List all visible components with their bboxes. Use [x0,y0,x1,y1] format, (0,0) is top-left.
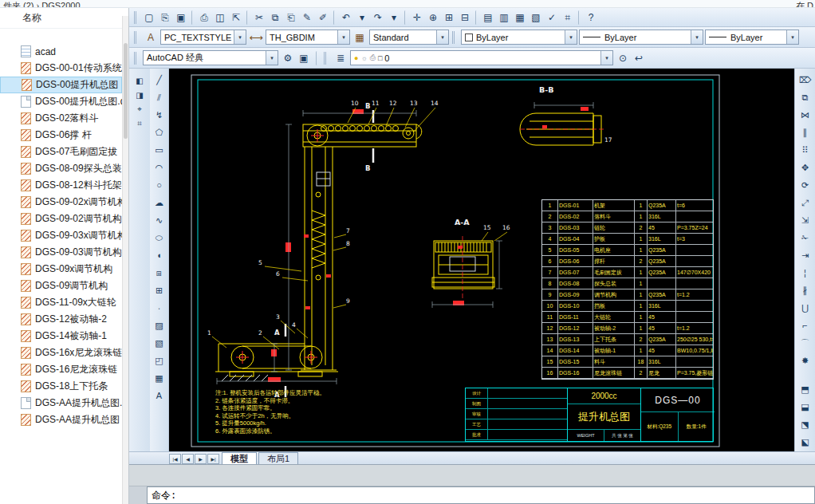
bring-above-button[interactable]: ⬔ [797,416,813,432]
explode-tool[interactable]: ✸ [797,352,813,368]
file-item[interactable]: DGS-14被动轴-1 [0,328,122,345]
table-style-combo[interactable]: Standard [369,30,449,45]
dim-style-combo[interactable]: TH_GBDIM [266,30,350,45]
text-style-icon[interactable]: A [143,30,159,45]
tab-nav-button[interactable]: ◀ [182,454,194,464]
table-tool[interactable]: ▦ [152,370,167,386]
tab-nav-button[interactable]: |◀ [169,454,181,464]
region-tool[interactable]: ◰ [152,352,167,368]
toolbar-separator[interactable] [578,10,581,25]
docked-toolbar-icon-4[interactable]: ⌗ [132,116,147,131]
layer-properties-manager-button[interactable]: ≣ [333,50,348,66]
redo-button[interactable]: ↷ [370,10,386,26]
toolbar-grip[interactable] [452,31,456,44]
text-style-combo[interactable]: PC_TEXTSTYLE [160,30,246,45]
revision-cloud-tool[interactable]: ☁ [152,195,167,211]
file-item[interactable]: DGS-09x调节机构 [0,261,122,278]
ellipse-arc-tool[interactable]: ◖ [152,247,167,263]
layer-color-swatch[interactable]: □ [378,54,382,62]
fillet-tool[interactable]: ⌒ [797,335,813,351]
polyline-tool[interactable]: ↯ [152,107,167,123]
file-item[interactable]: DGS-16尼龙滚珠链 [0,361,122,378]
drawing-canvas[interactable]: A-A B-B A A B B 17 [169,69,794,451]
file-item[interactable]: acad [0,43,122,60]
hatch-tool[interactable]: ▨ [152,317,167,333]
file-item[interactable]: DGS-00提升机总图 [0,77,122,93]
file-item[interactable]: DGS-08-12料斗托架 [0,177,122,194]
scrollbar-thumb[interactable] [124,43,128,139]
save-button[interactable]: ▣ [173,10,189,26]
publish-button[interactable]: ⇱ [228,10,244,26]
undo-dropdown[interactable]: ▾ [354,10,370,26]
designcenter-button[interactable]: ▥ [496,10,512,26]
quickcalc-button[interactable]: ⌗ [560,10,576,26]
trim-tool[interactable]: ✁ [797,230,813,246]
markup-button[interactable]: ✓ [544,10,560,26]
pan-button[interactable]: ✛ [409,10,425,26]
file-item[interactable]: DGS-16x尼龙滚珠链 [0,345,122,361]
file-item[interactable]: DGS-12被动轴-2 [0,311,122,328]
gradient-tool[interactable]: ▧ [152,335,167,351]
mirror-tool[interactable]: ⋈ [797,107,813,123]
lineweight-combo[interactable]: ByLayer [705,30,799,45]
spline-tool[interactable]: ∿ [152,212,167,228]
breadcrumb[interactable]: 件夹 (2) › DGS2000... [3,0,88,8]
explorer-scrollbar[interactable] [122,16,128,504]
copy-tool[interactable]: ⧉ [797,89,813,105]
color-combo[interactable]: ByLayer [461,30,577,45]
erase-tool[interactable]: ⌦ [797,72,813,88]
construction-line-tool[interactable]: ⫽ [152,89,167,105]
break-at-point-tool[interactable]: ¦ [797,265,813,281]
tab-layout1[interactable]: 布局1 [258,452,298,464]
array-tool[interactable]: ⠿ [797,142,813,158]
make-object-layer-current-button[interactable]: ⊙ [615,50,631,66]
table-style-icon[interactable]: ▦ [352,30,368,45]
docked-toolbar-icon-3[interactable]: ⌖ [132,102,147,116]
file-item[interactable]: DGS-00-01传动系统 [0,60,122,77]
workspace-combo[interactable]: AutoCAD 经典 [143,50,278,65]
match-properties-button[interactable]: ✎ [299,10,315,26]
zoom-window-button[interactable]: ⊞ [441,10,457,26]
chevron-down-icon[interactable] [786,30,798,44]
stretch-tool[interactable]: ⇲ [797,212,813,228]
toolbar-separator[interactable] [404,10,407,25]
chevron-down-icon[interactable] [600,51,612,65]
toolbar-separator[interactable] [191,10,194,25]
chevron-down-icon[interactable] [337,30,349,44]
dim-style-icon[interactable]: ⟷ [248,30,264,45]
layer-on-icon[interactable]: ● [354,54,358,62]
ellipse-tool[interactable]: ⬭ [152,230,167,246]
undo-button[interactable]: ↶ [338,10,354,26]
file-item[interactable]: DGS-09-02调节机构- [0,211,122,227]
linetype-combo[interactable]: ByLayer [579,30,703,45]
file-item[interactable]: DGS-09-03x调节机构 [0,227,122,244]
sheet-set-manager-button[interactable]: ▧ [528,10,544,26]
offset-tool[interactable]: ∥ [797,124,813,140]
circle-tool[interactable]: ○ [152,177,167,193]
chevron-down-icon[interactable] [565,30,577,44]
layer-previous-button[interactable]: ↩ [631,50,647,66]
chevron-down-icon[interactable] [234,30,246,44]
copy-button[interactable]: ⧉ [267,10,283,26]
docked-toolbar-icon-2[interactable]: ◨ [132,88,147,102]
send-under-button[interactable]: ⬕ [797,434,813,450]
arc-tool[interactable]: ◠ [152,159,167,175]
layer-combo[interactable]: ●☼⎙□ 0 [350,50,613,65]
file-item[interactable]: DGS-09调节机构 [0,278,122,294]
plot-button[interactable]: ⎙ [196,10,212,26]
extend-tool[interactable]: ⇥ [797,247,813,263]
chevron-down-icon[interactable] [266,51,278,65]
file-item[interactable]: DGS-09-03调节机构- [0,244,122,261]
tab-nav-button[interactable]: ▶| [207,454,219,464]
file-item[interactable]: DGS-02落料斗 [0,110,122,127]
tab-model[interactable]: 模型 [222,452,257,464]
toolbar-grip[interactable] [134,52,138,65]
command-history[interactable] [129,465,815,486]
layer-freeze-icon[interactable]: ☼ [360,54,367,62]
paste-button[interactable]: ⎗ [283,10,299,26]
file-item[interactable]: DGS-09-02x调节机构 [0,194,122,211]
workspace-settings-button[interactable]: ⚙ [280,50,296,66]
file-item[interactable]: DGS-AA提升机总图.b... [0,395,122,411]
file-item[interactable]: DGS-AA提升机总图 [0,411,122,428]
docked-toolbar-icon-1[interactable]: ◧ [132,73,147,88]
